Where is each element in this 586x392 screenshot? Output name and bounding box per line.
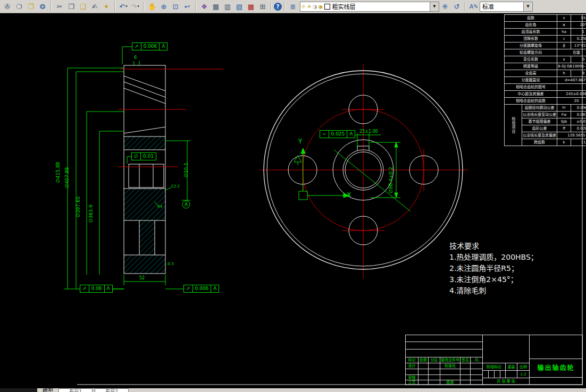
toolbar: ✇❍❐❂✂❒❑✍✦↶▾↷▾✋⊕⊡↩❖▦▥▧▩⊞?≣ ☼☀◑◉ 粗实线层 ▼ ❈↺…: [0, 0, 586, 13]
param-symbol: k: [557, 139, 571, 146]
tech-req-item: 3.未注倒角2×45°；: [449, 274, 538, 285]
symmetry-icon: =: [320, 131, 329, 138]
title-block-cell: [529, 377, 583, 385]
text-style-icon[interactable]: A✎: [468, 1, 480, 12]
param-label: 相啮合齿轮的图号: [505, 84, 557, 91]
dim-label: ∅363.9: [89, 204, 94, 223]
param-value: 0.0630: [571, 112, 586, 118]
dim-label: ∅397.65: [76, 197, 81, 217]
tb-stage: 阶段标记: [482, 363, 506, 371]
dropdown-arrow-icon[interactable]: ▾: [137, 4, 139, 8]
tech-req-item: 1.热处理调质，200HBS；: [449, 252, 538, 263]
param-symbol: fpb: [557, 118, 571, 125]
param-value: 129.5655: [557, 132, 586, 139]
style-dropdown[interactable]: 标准 ▼: [480, 2, 533, 12]
dropdown-arrow-icon[interactable]: ▾: [125, 4, 128, 8]
chevron-down-icon[interactable]: ▼: [430, 2, 439, 11]
title-block-cell: [482, 335, 530, 363]
dim-label: 6: [134, 55, 137, 60]
tab-layout2[interactable]: 布局2: [95, 388, 129, 392]
param-symbol: ha: [557, 29, 571, 36]
param-value: 13°45′45″: [571, 42, 586, 49]
block-editor-icon[interactable]: ✦: [101, 1, 112, 12]
fcf-runout-bottom-left: ➚ 0.06 A: [80, 285, 113, 293]
layer-previous-icon[interactable]: ↺: [451, 1, 463, 12]
sun-icon: ☀: [307, 4, 312, 10]
param-symbol: c: [557, 36, 571, 42]
param-label: 中心距及其偏差: [505, 91, 557, 98]
gear-table-row: 齿形角α20°: [505, 22, 586, 29]
paste-icon[interactable]: ❑: [77, 1, 89, 12]
drawing-canvas[interactable]: ➚ 0.006 A ∅ 0.01 ➚ 0.06 A ➚ 0.006 A = 0.…: [0, 13, 586, 388]
param-value: 9: [571, 70, 586, 77]
param-value: 8-GJ GB10095-1988: [557, 63, 586, 70]
title-block-cell: [428, 380, 440, 385]
param-value: ±0.025: [571, 118, 586, 125]
param-value: 右旋: [557, 49, 586, 56]
gear-table-row: 齿顶高系数ha1: [505, 29, 586, 36]
toolbar-separator: [195, 2, 196, 11]
match-properties-icon[interactable]: ✍: [89, 1, 101, 12]
gear-table-row: 精度等级8-GJ GB10095-1988: [505, 63, 586, 70]
ucs-x-label: X: [347, 192, 351, 198]
gear-table-row: 相啮合齿轮的图号: [505, 84, 586, 91]
redo-icon[interactable]: ↷▾: [129, 1, 141, 12]
publish-icon[interactable]: ❐: [25, 1, 37, 12]
undo-icon[interactable]: ↶▾: [118, 1, 129, 12]
freeze-icon: ◑: [313, 4, 317, 10]
toolpalettes-icon[interactable]: ▥: [222, 1, 233, 12]
tech-req-item: 4.清除毛刺: [449, 285, 538, 296]
param-symbol: α: [557, 22, 571, 29]
gear-table-row: 顶隙系数c0.2500: [505, 36, 586, 42]
hyperlink-icon[interactable]: ❂: [37, 1, 48, 12]
chevron-down-icon[interactable]: ▼: [523, 2, 532, 11]
tb-sheets: 共 张 第 张: [482, 378, 530, 385]
properties-icon[interactable]: ❖: [198, 1, 210, 12]
pan-icon[interactable]: ✋: [146, 1, 158, 12]
layer-state-icons: ☼☀◑◉: [300, 4, 323, 10]
tab-layout1[interactable]: 布局1: [58, 388, 93, 392]
param-symbol: ff: [557, 125, 571, 132]
dim-label: R4: [157, 204, 162, 209]
gear-table-row: 分度圆螺旋角β13°45′45″: [505, 42, 586, 49]
tech-req-items: 1.热处理调质，200HBS；2.未注圆角半径R5；3.未注倒角2×45°；4.…: [449, 252, 538, 296]
layout-tab-strip: 模型 布局1 布局2: [0, 388, 586, 392]
inspection-group-label: 检验项目: [505, 105, 522, 146]
zoom-realtime-icon[interactable]: ⊕: [158, 1, 170, 12]
param-label: 变位系数: [505, 56, 557, 63]
layer-tool-buttons: ❈↺: [439, 1, 463, 12]
cut-icon[interactable]: ✂: [54, 1, 65, 12]
title-block-cell: [405, 342, 483, 350]
plot-icon[interactable]: ✇: [2, 1, 13, 12]
technical-requirements: 技术要求 1.热处理调质，200HBS；2.未注圆角半径R5；3.未注倒角2×4…: [449, 241, 538, 296]
sheetset-manager-icon[interactable]: ▧: [233, 1, 245, 12]
layers-icon[interactable]: ≣: [287, 1, 299, 12]
copy-icon[interactable]: ❒: [65, 1, 77, 12]
layer-dropdown[interactable]: ☼☀◑◉ 粗实线层 ▼: [300, 2, 439, 12]
fcf-runout-top: ➚ 0.006 A: [132, 42, 168, 50]
tab-model[interactable]: 模型: [37, 388, 58, 392]
title-block-cell: [505, 370, 517, 378]
runout-icon: ➚: [80, 285, 89, 292]
tab-nav-buttons[interactable]: [0, 388, 37, 392]
help-icon[interactable]: ?: [274, 3, 282, 11]
dim-label: C2.2: [171, 184, 180, 189]
toolbar-separator: [271, 2, 272, 11]
plot-preview-icon[interactable]: ❍: [13, 1, 25, 12]
zoom-previous-icon[interactable]: ↩: [181, 1, 193, 12]
param-value: 0: [571, 56, 586, 63]
param-symbol: Fr: [557, 105, 571, 112]
quickcalc-icon[interactable]: ⊞: [257, 1, 269, 12]
layer-states-icon[interactable]: ❈: [439, 1, 451, 12]
gear-table-row: 相啮合齿轮的齿数20: [505, 98, 586, 105]
tech-req-title: 技术要求: [449, 241, 538, 252]
toolbar-separator: [51, 2, 52, 11]
param-value: [557, 84, 586, 91]
param-label: 分度圆螺旋角: [505, 42, 557, 49]
designcenter-icon[interactable]: ▦: [210, 1, 222, 12]
zoom-window-icon[interactable]: ⊡: [170, 1, 181, 12]
left-section-view: [64, 47, 223, 289]
dim-label: -0.3: [166, 262, 174, 267]
markup-icon[interactable]: ▩: [245, 1, 257, 12]
param-label: 跨齿数: [522, 139, 557, 146]
